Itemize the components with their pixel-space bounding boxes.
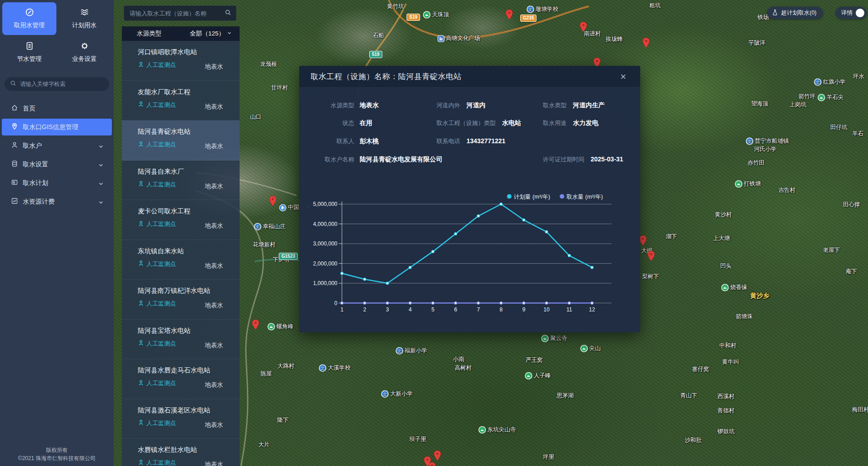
red-pin-marker-icon[interactable]: [251, 319, 260, 332]
home-icon: [11, 104, 23, 113]
map-label-text: 梅田村: [852, 406, 868, 414]
map-label: 文福新小学: [396, 347, 427, 355]
sidebar-search[interactable]: [5, 77, 109, 91]
red-pin-marker-icon[interactable]: [647, 251, 655, 263]
map-label: 高树村: [455, 364, 472, 372]
station-search-input[interactable]: [130, 10, 225, 17]
monitor-point-link[interactable]: 人工监测点: [138, 140, 240, 149]
map-label-text: 红旗小学: [823, 78, 846, 86]
water-source-type: 地表水: [205, 182, 224, 190]
sidebar-item-6[interactable]: 水资源计费: [0, 192, 114, 211]
field: 河道内外河道内: [437, 101, 486, 110]
red-pin-marker-icon[interactable]: [269, 195, 277, 208]
svg-text:计划量 (m³/年): 计划量 (m³/年): [514, 194, 550, 200]
svg-text:1,000,000: 1,000,000: [313, 280, 338, 286]
svg-text:3: 3: [386, 306, 389, 313]
monitor-point-link[interactable]: 人工监测点: [138, 220, 240, 228]
svg-text:文: 文: [748, 139, 752, 144]
svg-text:8: 8: [500, 306, 503, 313]
map-label: 文大新小学: [381, 390, 413, 398]
map-label-text: 黄沙村: [715, 211, 732, 219]
monitor-point-link[interactable]: 人工监测点: [138, 260, 240, 268]
sidebar-item-2[interactable]: 取水口GIS信息管理: [2, 119, 112, 135]
intake-line-chart: 01,000,0002,000,0003,000,0004,000,0005,0…: [299, 189, 640, 332]
map-label-text: 溜下: [666, 233, 677, 241]
database-icon: [11, 160, 23, 169]
map-label: 坪里: [543, 453, 554, 461]
over-plan-alert-button[interactable]: 超计划取水(0): [767, 7, 823, 19]
monitor-point-link[interactable]: 人工监测点: [138, 101, 240, 109]
field-row: 水源类型地表水河道内外河道内取水类型河道内生产: [312, 101, 627, 111]
map-label-text: 坪里: [543, 453, 554, 461]
chart-legend[interactable]: 计划量 (m³/年)取水量 (m³/年): [507, 194, 603, 200]
monitor-point-link[interactable]: 人工监测点: [138, 459, 240, 466]
monitor-point-link[interactable]: 人工监测点: [138, 340, 240, 348]
toggle-knob[interactable]: [856, 9, 864, 17]
monitor-point-link[interactable]: 人工监测点: [138, 61, 240, 69]
sidebar-item-4[interactable]: 取水设置: [0, 155, 114, 174]
map-label: 箭塘珠: [736, 313, 753, 321]
source-type-dropdown[interactable]: 全部（125）: [190, 30, 232, 38]
map-label: 田心撑: [843, 201, 860, 209]
monitor-point-link[interactable]: 人工监测点: [138, 180, 240, 189]
sidebar-item-1[interactable]: 首页: [0, 99, 114, 118]
blue-marker-icon: 文: [396, 347, 403, 355]
water-source-type: 地表水: [205, 461, 224, 466]
map-label-text: 花塘新村: [253, 241, 276, 249]
monitor-point-link[interactable]: 人工监测点: [138, 419, 240, 427]
monitor-point-label: 人工监测点: [146, 61, 176, 69]
svg-text:文: 文: [383, 392, 387, 396]
water-source-type: 地表水: [205, 222, 224, 230]
map-label: 文普宁市船埔镇: [746, 137, 789, 145]
monitor-point-link[interactable]: 人工监测点: [138, 379, 240, 387]
station-list-item[interactable]: 麦卡公司取水工程人工监测点地表水: [122, 200, 240, 240]
module-4[interactable]: 业务设置: [57, 36, 111, 69]
station-list-item[interactable]: 陆河县激石溪老区水电站人工监测点地表水: [122, 399, 240, 439]
module-3[interactable]: 节水管理: [2, 36, 56, 69]
person-icon: [138, 459, 144, 466]
green-marker-icon: [721, 284, 729, 291]
map-label-text: 田仔坑: [830, 124, 848, 131]
map-label-text: 烧香缘: [730, 284, 748, 291]
field: 许可证过期时间2025-03-31: [543, 155, 623, 164]
station-list-item[interactable]: 东坑镇自来水站人工监测点地表水: [122, 240, 240, 280]
red-pin-marker-icon[interactable]: [579, 21, 587, 34]
sidebar-search-input[interactable]: [20, 81, 104, 87]
road-badge: 519: [369, 51, 382, 58]
green-marker-icon: [423, 11, 431, 19]
map-label-text: 大新小学: [390, 390, 413, 398]
station-list-item[interactable]: 陆河县宝塔水电站人工监测点地表水: [122, 320, 240, 360]
station-list-item[interactable]: 陆河县自来水厂人工监测点地表水: [122, 160, 240, 200]
field-label: 河道内外: [437, 101, 460, 110]
close-icon[interactable]: ×: [620, 72, 626, 82]
module-2[interactable]: 计划用水: [57, 2, 111, 35]
water-source-type: 地表水: [205, 301, 224, 310]
module-label: 节水管理: [17, 55, 42, 63]
detail-toggle[interactable]: 详情: [836, 7, 867, 19]
map-label: 梨树下: [642, 273, 659, 281]
station-search[interactable]: [124, 5, 236, 21]
station-list-item[interactable]: 陆河县南万镇杞洋水电站人工监测点地表水: [122, 280, 240, 320]
red-pin-marker-icon[interactable]: [428, 462, 436, 466]
map-label-text: 大溪学校: [328, 364, 351, 372]
red-pin-marker-icon[interactable]: [505, 9, 513, 22]
module-1[interactable]: 取用水管理: [2, 2, 56, 35]
map-label: 吉告村: [778, 186, 796, 194]
station-list-item[interactable]: 友能水厂取水工程人工监测点地表水: [122, 81, 240, 121]
map-label: 隆下: [277, 416, 289, 424]
station-list-item[interactable]: 陆河县青碇水电站人工监测点地表水: [122, 120, 240, 160]
map-label: 凹头: [720, 262, 732, 270]
person-icon: [138, 180, 144, 188]
monitor-point-link[interactable]: 人工监测点: [138, 300, 240, 308]
red-pin-marker-icon[interactable]: [642, 37, 650, 50]
station-list-item[interactable]: 水唇镇水栏肚水电站人工监测点地表水: [122, 439, 240, 466]
station-list-item[interactable]: 陆河县水唇走马石水电站人工监测点地表水: [122, 359, 240, 399]
red-pin-marker-icon[interactable]: [433, 450, 442, 463]
map-label: 尖山: [580, 345, 601, 352]
sidebar-item-5[interactable]: 取水计划: [0, 174, 114, 192]
map-label: 寨仔窝: [692, 366, 709, 373]
map-label: 聚云寺: [541, 335, 567, 342]
sidebar-item-3[interactable]: 取水户: [0, 136, 114, 155]
station-list-item[interactable]: 河口镇唱歌潭水电站人工监测点地表水: [122, 41, 240, 81]
monitor-point-label: 人工监测点: [146, 220, 176, 228]
